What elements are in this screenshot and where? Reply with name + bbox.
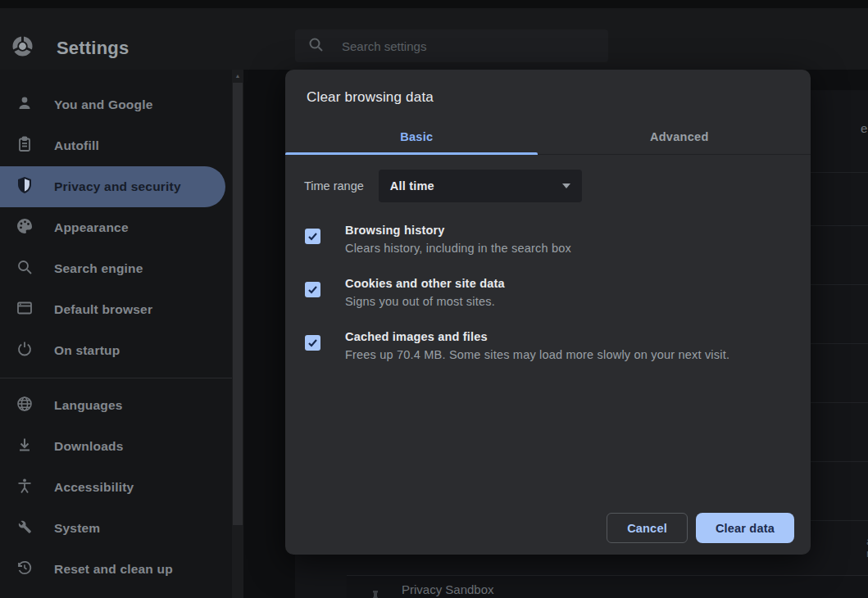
sidebar-item-appearance[interactable]: Appearance	[0, 207, 232, 248]
settings-sidebar: You and Google Autofill Privacy and secu…	[0, 70, 232, 598]
browsing-history-checkbox[interactable]	[305, 229, 320, 244]
scrollbar-thumb[interactable]	[233, 83, 243, 525]
wrench-icon	[16, 519, 33, 538]
search-placeholder: Search settings	[342, 39, 426, 53]
chrome-settings-page: Settings Search settings e and more	[0, 0, 868, 598]
tab-advanced[interactable]: Advanced	[548, 120, 811, 154]
chrome-logo-icon	[11, 35, 34, 61]
option-description: Clears history, including in the search …	[345, 242, 571, 255]
history-restore-icon	[16, 559, 33, 579]
cancel-button[interactable]: Cancel	[607, 513, 688, 543]
settings-toolbar: Settings Search settings	[0, 0, 868, 70]
sidebar-item-system[interactable]: System	[0, 508, 232, 549]
accessibility-icon	[16, 478, 33, 497]
clear-browsing-data-dialog: Clear browsing data Basic Advanced Time …	[285, 70, 811, 555]
option-label: Cached images and files	[345, 330, 729, 343]
option-cached-images[interactable]: Cached images and files Frees up 70.4 MB…	[305, 330, 789, 361]
clear-data-button[interactable]: Clear data	[696, 513, 794, 543]
sidebar-item-languages[interactable]: Languages	[0, 385, 232, 426]
occluded-row-text-fragment: e	[861, 121, 867, 135]
cookies-checkbox[interactable]	[305, 282, 320, 297]
privacy-sandbox-title: Privacy Sandbox	[402, 582, 507, 596]
sidebar-divider	[0, 378, 232, 378]
shield-icon	[16, 176, 33, 197]
sidebar-item-downloads[interactable]: Downloads	[0, 426, 232, 467]
search-settings-field[interactable]: Search settings	[295, 29, 608, 62]
dialog-title: Clear browsing data	[285, 70, 811, 106]
sidebar-item-reset-and-clean-up[interactable]: Reset and clean up	[0, 549, 232, 590]
person-icon	[16, 95, 33, 115]
sidebar-item-privacy-and-security[interactable]: Privacy and security	[0, 166, 225, 207]
chevron-down-icon	[562, 183, 570, 188]
option-cookies[interactable]: Cookies and other site data Signs you ou…	[305, 277, 789, 308]
sidebar-item-accessibility[interactable]: Accessibility	[0, 467, 232, 508]
option-browsing-history[interactable]: Browsing history Clears history, includi…	[305, 224, 789, 255]
option-label: Cookies and other site data	[345, 277, 505, 290]
sidebar-item-on-startup[interactable]: On startup	[0, 330, 232, 371]
sidebar-item-search-engine[interactable]: Search engine	[0, 248, 232, 289]
dialog-tabs: Basic Advanced	[285, 120, 811, 155]
toolbar-top-shade	[0, 0, 868, 8]
globe-icon	[16, 396, 33, 415]
clipboard-icon	[16, 136, 33, 156]
option-description: Frees up 70.4 MB. Some sites may load mo…	[345, 348, 729, 361]
tab-basic[interactable]: Basic	[285, 120, 548, 154]
page-title: Settings	[57, 38, 129, 59]
palette-icon	[16, 218, 33, 238]
power-icon	[16, 341, 33, 360]
content-scrollbar[interactable]: ▲	[232, 70, 243, 598]
privacy-sandbox-row[interactable]: Privacy Sandbox Trial features are on	[347, 575, 868, 598]
time-range-select[interactable]: All time	[379, 170, 582, 202]
browser-window-icon	[16, 300, 33, 319]
search-icon	[16, 259, 33, 279]
sidebar-item-default-browser[interactable]: Default browser	[0, 289, 232, 330]
sidebar-item-autofill[interactable]: Autofill	[0, 125, 232, 166]
scrollbar-up-button[interactable]: ▲	[232, 70, 243, 82]
time-range-value: All time	[390, 179, 434, 193]
option-description: Signs you out of most sites.	[345, 295, 505, 308]
flask-icon	[367, 590, 384, 598]
download-icon	[16, 437, 33, 456]
sidebar-item-you-and-google[interactable]: You and Google	[0, 84, 232, 125]
time-range-label: Time range	[304, 179, 364, 193]
search-icon	[308, 37, 324, 56]
option-label: Browsing history	[345, 224, 571, 237]
cached-images-checkbox[interactable]	[305, 335, 320, 351]
